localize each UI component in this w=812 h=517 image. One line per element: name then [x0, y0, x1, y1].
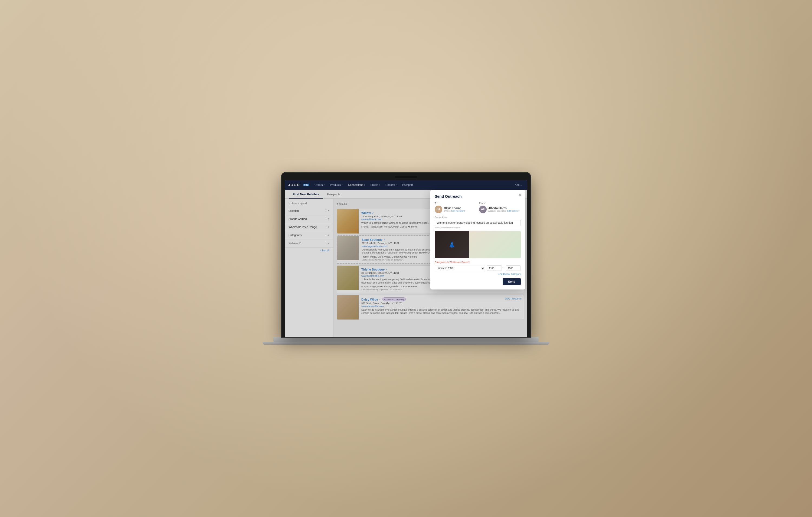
modal-close-button[interactable]: ✕ [519, 193, 522, 197]
modal-image-preview: 👗 [435, 231, 521, 258]
modal-recipient: OT Olivia Thorne Owner Edit Recipient [435, 206, 476, 213]
recipient-role-row: Owner Edit Recipient [444, 210, 476, 212]
category-select[interactable]: Womens RTW [435, 265, 485, 271]
modal-recipients-row: To* OT Olivia Thorne Owner Edit Recipien… [435, 202, 521, 213]
recipient-name: Olivia Thorne [444, 207, 476, 210]
price-min-input[interactable] [487, 265, 502, 271]
recipient-info: Olivia Thorne Owner Edit Recipient [444, 207, 476, 212]
send-outreach-modal: Send Outreach ✕ To* OT Olivia Thorne [430, 190, 525, 290]
laptop-base [273, 337, 539, 342]
char-count: 55/65 character maximum [435, 226, 521, 229]
recipient-avatar: OT [435, 206, 442, 213]
app-container: JOOR PRO Orders ▾ Products ▾ Connections… [285, 180, 527, 337]
laptop-bottom [263, 342, 549, 345]
add-category-button[interactable]: + Additional Category [435, 273, 521, 275]
subject-label: Subject line* [435, 216, 521, 219]
recipient-role: Owner [444, 210, 451, 212]
laptop-screen: JOOR PRO Orders ▾ Products ▾ Connections… [285, 180, 527, 337]
category-row: Womens RTW - [435, 265, 521, 271]
preview-dark-section: 👗 [435, 231, 469, 258]
modal-title: Send Outreach [435, 194, 521, 199]
clothing-rack-icon: 👗 [448, 241, 455, 248]
sender-info: Alberto Flores Account Executive Edit Se… [488, 207, 521, 212]
price-max-input[interactable] [506, 265, 521, 271]
laptop-bezel: JOOR PRO Orders ▾ Products ▾ Connections… [282, 173, 530, 337]
preview-light-section [469, 231, 521, 258]
laptop-notch [395, 176, 417, 178]
modal-to-label: To* [435, 202, 476, 205]
sender-role: Account Executive [488, 210, 506, 212]
modal-from-label: From* [479, 202, 521, 205]
modal-sender: AF Alberto Flores Account Executive Edit… [479, 206, 521, 213]
categories-label: Categories & Wholesale Prices** [435, 261, 521, 264]
edit-sender-button[interactable]: Edit Sender [507, 210, 519, 212]
subject-field-container: Subject line* 55/65 character maximum [435, 216, 521, 229]
modal-to-field: To* OT Olivia Thorne Owner Edit Recipien… [435, 202, 476, 213]
modal-footer: Send [435, 278, 521, 285]
sender-role-row: Account Executive Edit Sender [488, 210, 521, 212]
send-button[interactable]: Send [503, 278, 521, 285]
sender-name: Alberto Flores [488, 207, 521, 210]
modal-from-field: From* AF Alberto Flores Account Executiv… [479, 202, 521, 213]
price-separator: - [503, 267, 504, 270]
sender-avatar: AF [479, 206, 487, 213]
modal-overlay: Send Outreach ✕ To* OT Olivia Thorne [285, 180, 527, 337]
laptop-container: JOOR PRO Orders ▾ Products ▾ Connections… [257, 173, 555, 345]
edit-recipient-button[interactable]: Edit Recipient [452, 210, 465, 212]
subject-input[interactable] [435, 220, 521, 226]
categories-section: Categories & Wholesale Prices** Womens R… [435, 261, 521, 275]
